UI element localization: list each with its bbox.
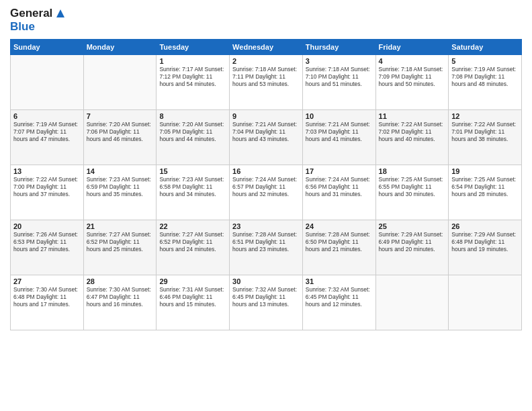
cell-info: Sunrise: 7:29 AM Sunset: 6:49 PM Dayligh… bbox=[379, 231, 446, 254]
day-number: 21 bbox=[87, 222, 154, 230]
calendar-header-row: SundayMondayTuesdayWednesdayThursdayFrid… bbox=[11, 39, 522, 54]
cell-info: Sunrise: 7:30 AM Sunset: 6:48 PM Dayligh… bbox=[13, 286, 81, 309]
page-header: General Blue bbox=[10, 7, 522, 34]
calendar-cell: 29Sunrise: 7:31 AM Sunset: 6:46 PM Dayli… bbox=[157, 275, 230, 330]
day-number: 1 bbox=[159, 57, 226, 65]
logo-arrow-icon bbox=[54, 7, 67, 20]
day-number: 24 bbox=[306, 222, 373, 230]
logo-general: General bbox=[10, 7, 52, 20]
weekday-header: Monday bbox=[83, 39, 157, 54]
day-number: 18 bbox=[379, 167, 446, 175]
day-number: 16 bbox=[232, 167, 300, 175]
calendar-cell: 27Sunrise: 7:30 AM Sunset: 6:48 PM Dayli… bbox=[11, 275, 84, 330]
calendar-cell: 6Sunrise: 7:19 AM Sunset: 7:07 PM Daylig… bbox=[11, 109, 84, 165]
calendar-cell: 19Sunrise: 7:25 AM Sunset: 6:54 PM Dayli… bbox=[449, 165, 522, 220]
calendar-week-row: 20Sunrise: 7:26 AM Sunset: 6:53 PM Dayli… bbox=[11, 220, 522, 275]
cell-info: Sunrise: 7:22 AM Sunset: 7:00 PM Dayligh… bbox=[13, 176, 81, 199]
day-number: 23 bbox=[232, 222, 300, 230]
cell-info: Sunrise: 7:27 AM Sunset: 6:52 PM Dayligh… bbox=[87, 231, 154, 254]
calendar-cell: 11Sunrise: 7:22 AM Sunset: 7:02 PM Dayli… bbox=[375, 109, 449, 165]
cell-info: Sunrise: 7:21 AM Sunset: 7:03 PM Dayligh… bbox=[306, 121, 373, 144]
cell-info: Sunrise: 7:20 AM Sunset: 7:05 PM Dayligh… bbox=[159, 121, 226, 144]
weekday-header: Wednesday bbox=[230, 39, 303, 54]
calendar-cell: 13Sunrise: 7:22 AM Sunset: 7:00 PM Dayli… bbox=[11, 165, 84, 220]
day-number: 9 bbox=[232, 112, 300, 120]
calendar-cell: 14Sunrise: 7:23 AM Sunset: 6:59 PM Dayli… bbox=[83, 165, 157, 220]
calendar-cell: 8Sunrise: 7:20 AM Sunset: 7:05 PM Daylig… bbox=[157, 109, 230, 165]
calendar-week-row: 1Sunrise: 7:17 AM Sunset: 7:12 PM Daylig… bbox=[11, 54, 522, 109]
calendar-cell: 31Sunrise: 7:32 AM Sunset: 6:45 PM Dayli… bbox=[302, 275, 375, 330]
calendar-week-row: 6Sunrise: 7:19 AM Sunset: 7:07 PM Daylig… bbox=[11, 109, 522, 165]
cell-info: Sunrise: 7:24 AM Sunset: 6:56 PM Dayligh… bbox=[306, 176, 373, 199]
cell-info: Sunrise: 7:24 AM Sunset: 6:57 PM Dayligh… bbox=[232, 176, 300, 199]
day-number: 5 bbox=[451, 57, 519, 65]
day-number: 13 bbox=[13, 167, 81, 175]
day-number: 3 bbox=[306, 57, 373, 65]
cell-info: Sunrise: 7:21 AM Sunset: 7:04 PM Dayligh… bbox=[232, 121, 300, 144]
logo: General Blue bbox=[10, 7, 67, 34]
calendar-cell: 22Sunrise: 7:27 AM Sunset: 6:52 PM Dayli… bbox=[157, 220, 230, 275]
calendar-cell: 23Sunrise: 7:28 AM Sunset: 6:51 PM Dayli… bbox=[230, 220, 303, 275]
day-number: 8 bbox=[159, 112, 226, 120]
cell-info: Sunrise: 7:31 AM Sunset: 6:46 PM Dayligh… bbox=[159, 286, 226, 309]
day-number: 25 bbox=[379, 222, 446, 230]
calendar-week-row: 27Sunrise: 7:30 AM Sunset: 6:48 PM Dayli… bbox=[11, 275, 522, 330]
cell-info: Sunrise: 7:18 AM Sunset: 7:11 PM Dayligh… bbox=[232, 66, 300, 89]
cell-info: Sunrise: 7:26 AM Sunset: 6:53 PM Dayligh… bbox=[13, 231, 81, 254]
calendar-cell: 24Sunrise: 7:28 AM Sunset: 6:50 PM Dayli… bbox=[302, 220, 375, 275]
day-number: 17 bbox=[306, 167, 373, 175]
calendar-cell: 20Sunrise: 7:26 AM Sunset: 6:53 PM Dayli… bbox=[11, 220, 84, 275]
calendar-cell: 16Sunrise: 7:24 AM Sunset: 6:57 PM Dayli… bbox=[230, 165, 303, 220]
cell-info: Sunrise: 7:32 AM Sunset: 6:45 PM Dayligh… bbox=[306, 286, 373, 309]
day-number: 20 bbox=[13, 222, 81, 230]
day-number: 26 bbox=[451, 222, 519, 230]
day-number: 4 bbox=[379, 57, 446, 65]
cell-info: Sunrise: 7:19 AM Sunset: 7:07 PM Dayligh… bbox=[13, 121, 81, 144]
calendar-cell: 17Sunrise: 7:24 AM Sunset: 6:56 PM Dayli… bbox=[302, 165, 375, 220]
svg-marker-0 bbox=[56, 9, 64, 17]
cell-info: Sunrise: 7:19 AM Sunset: 7:08 PM Dayligh… bbox=[451, 66, 519, 89]
cell-info: Sunrise: 7:22 AM Sunset: 7:01 PM Dayligh… bbox=[451, 121, 519, 144]
calendar-cell: 5Sunrise: 7:19 AM Sunset: 7:08 PM Daylig… bbox=[449, 54, 522, 109]
calendar-cell: 7Sunrise: 7:20 AM Sunset: 7:06 PM Daylig… bbox=[83, 109, 157, 165]
cell-info: Sunrise: 7:18 AM Sunset: 7:10 PM Dayligh… bbox=[306, 66, 373, 89]
cell-info: Sunrise: 7:18 AM Sunset: 7:09 PM Dayligh… bbox=[379, 66, 446, 89]
calendar-table: SundayMondayTuesdayWednesdayThursdayFrid… bbox=[10, 39, 522, 330]
weekday-header: Saturday bbox=[449, 39, 522, 54]
calendar-cell: 18Sunrise: 7:25 AM Sunset: 6:55 PM Dayli… bbox=[375, 165, 449, 220]
calendar-cell: 30Sunrise: 7:32 AM Sunset: 6:45 PM Dayli… bbox=[230, 275, 303, 330]
weekday-header: Tuesday bbox=[157, 39, 230, 54]
calendar-cell bbox=[375, 275, 449, 330]
calendar-cell bbox=[449, 275, 522, 330]
cell-info: Sunrise: 7:29 AM Sunset: 6:48 PM Dayligh… bbox=[451, 231, 519, 254]
logo-blue: Blue bbox=[10, 20, 35, 34]
calendar-cell: 9Sunrise: 7:21 AM Sunset: 7:04 PM Daylig… bbox=[230, 109, 303, 165]
cell-info: Sunrise: 7:30 AM Sunset: 6:47 PM Dayligh… bbox=[87, 286, 154, 309]
cell-info: Sunrise: 7:25 AM Sunset: 6:54 PM Dayligh… bbox=[451, 176, 519, 199]
cell-info: Sunrise: 7:23 AM Sunset: 6:58 PM Dayligh… bbox=[159, 176, 226, 199]
calendar-week-row: 13Sunrise: 7:22 AM Sunset: 7:00 PM Dayli… bbox=[11, 165, 522, 220]
cell-info: Sunrise: 7:25 AM Sunset: 6:55 PM Dayligh… bbox=[379, 176, 446, 199]
calendar-cell bbox=[83, 54, 157, 109]
day-number: 6 bbox=[13, 112, 81, 120]
day-number: 19 bbox=[451, 167, 519, 175]
calendar-cell: 4Sunrise: 7:18 AM Sunset: 7:09 PM Daylig… bbox=[375, 54, 449, 109]
day-number: 7 bbox=[87, 112, 154, 120]
day-number: 15 bbox=[159, 167, 226, 175]
calendar-cell: 15Sunrise: 7:23 AM Sunset: 6:58 PM Dayli… bbox=[157, 165, 230, 220]
day-number: 10 bbox=[306, 112, 373, 120]
day-number: 28 bbox=[87, 277, 154, 285]
calendar-cell: 21Sunrise: 7:27 AM Sunset: 6:52 PM Dayli… bbox=[83, 220, 157, 275]
cell-info: Sunrise: 7:23 AM Sunset: 6:59 PM Dayligh… bbox=[87, 176, 154, 199]
calendar-body: 1Sunrise: 7:17 AM Sunset: 7:12 PM Daylig… bbox=[11, 54, 522, 330]
day-number: 12 bbox=[451, 112, 519, 120]
weekday-header: Thursday bbox=[302, 39, 375, 54]
logo-graphic: General Blue bbox=[10, 7, 67, 34]
day-number: 27 bbox=[13, 277, 81, 285]
cell-info: Sunrise: 7:20 AM Sunset: 7:06 PM Dayligh… bbox=[87, 121, 154, 144]
day-number: 11 bbox=[379, 112, 446, 120]
weekday-header: Sunday bbox=[11, 39, 84, 54]
cell-info: Sunrise: 7:17 AM Sunset: 7:12 PM Dayligh… bbox=[159, 66, 226, 89]
calendar-cell: 12Sunrise: 7:22 AM Sunset: 7:01 PM Dayli… bbox=[449, 109, 522, 165]
calendar-cell: 1Sunrise: 7:17 AM Sunset: 7:12 PM Daylig… bbox=[157, 54, 230, 109]
